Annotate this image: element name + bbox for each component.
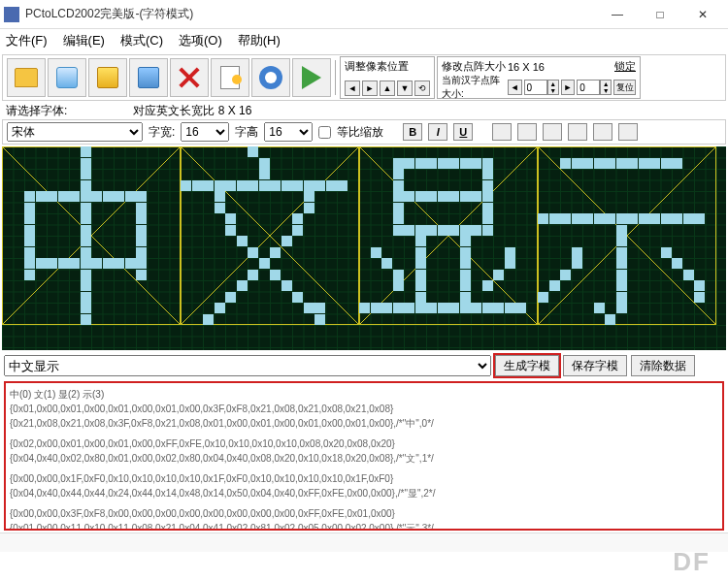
- char-height-select[interactable]: 16: [264, 122, 313, 142]
- menu-mode[interactable]: 模式(C): [120, 32, 163, 49]
- folder-icon: [15, 68, 38, 87]
- lock-button[interactable]: 锁定: [614, 59, 636, 74]
- delete-button[interactable]: [170, 58, 209, 97]
- output-area[interactable]: 中(0) 文(1) 显(2) 示(3) {0x01,0x00,0x01,0x00…: [4, 381, 724, 531]
- dotmatrix-panel: 修改点阵大小 16 X 16 锁定 当前汉字点阵大小: ◄ ▲▼ ► ▲▼ 复位: [437, 56, 641, 99]
- dm-y-spin[interactable]: ▲▼: [577, 80, 612, 95]
- shift-left-button[interactable]: ◄: [345, 81, 360, 96]
- flip-h-button[interactable]: [492, 123, 512, 141]
- rotate-l-button[interactable]: [543, 123, 562, 141]
- output-line: {0x02,0x00,0x01,0x00,0x01,0x00,0xFF,0xFE…: [10, 436, 718, 451]
- save-font-button[interactable]: 保存字模: [563, 355, 627, 376]
- watermark: DF: [673, 547, 711, 577]
- play-icon: [302, 66, 321, 89]
- output-line: {0x04,0x40,0x44,0x44,0x24,0x44,0x14,0x48…: [10, 486, 718, 500]
- run-button[interactable]: [292, 58, 331, 97]
- eqscale-label: 等比缩放: [337, 124, 383, 141]
- mirror-button[interactable]: [593, 123, 612, 141]
- shift-up-button[interactable]: ▲: [380, 81, 395, 96]
- close-button[interactable]: ✕: [681, 0, 724, 29]
- italic-button[interactable]: I: [428, 123, 447, 141]
- generate-button[interactable]: 生成字模: [495, 355, 559, 376]
- gear-icon: [259, 66, 282, 89]
- char-box-2: [359, 146, 538, 325]
- dm-left[interactable]: ◄: [508, 80, 522, 95]
- dotmatrix-size: 16 X 16: [508, 61, 545, 73]
- shift-down-button[interactable]: ▼: [397, 81, 413, 96]
- x-icon: [177, 65, 202, 90]
- dotmatrix-title: 修改点阵大小: [442, 59, 506, 74]
- font-select[interactable]: 宋体: [7, 122, 143, 142]
- app-icon: [4, 7, 19, 22]
- output-line: {0x00,0x00,0x3F,0xF8,0x00,0x00,0x00,0x00…: [10, 506, 718, 521]
- dotmatrix-sub: 当前汉字点阵大小:: [442, 74, 506, 101]
- menu-file[interactable]: 文件(F): [6, 32, 48, 49]
- char-box-1: [181, 146, 359, 325]
- output-line: {0x01,0x00,0x01,0x00,0x01,0x00,0x01,0x00…: [10, 402, 718, 416]
- bold-button[interactable]: B: [403, 123, 422, 141]
- saveas-button[interactable]: [129, 58, 168, 97]
- underline-button[interactable]: U: [453, 123, 473, 141]
- reset-button[interactable]: 复位: [613, 80, 636, 95]
- disk-icon: [97, 67, 118, 88]
- font-prompt: 请选择字体:: [6, 103, 67, 119]
- menu-bar: 文件(F) 编辑(E) 模式(C) 选项(O) 帮助(H): [0, 29, 728, 52]
- output-line: {0x00,0x00,0x1F,0xF0,0x10,0x10,0x10,0x10…: [10, 471, 718, 486]
- text-input[interactable]: 中文显示: [4, 355, 491, 376]
- title-bar: PCtoLCD2002完美版-(字符模式) — □ ✕: [0, 0, 728, 29]
- mail-button[interactable]: [48, 58, 86, 97]
- dm-right[interactable]: ►: [561, 80, 576, 95]
- settings-button[interactable]: [251, 58, 290, 97]
- open-button[interactable]: [7, 58, 46, 97]
- pixel-shift-panel: 调整像素位置 ◄ ► ▲ ▼ ⟲: [340, 56, 435, 99]
- disk2-icon: [138, 67, 159, 88]
- output-line: {0x21,0x08,0x21,0x08,0x3F,0xF8,0x21,0x08…: [10, 416, 718, 431]
- toolbar: 调整像素位置 ◄ ► ▲ ▼ ⟲ 修改点阵大小 16 X 16 锁定 当前汉字点…: [2, 54, 726, 101]
- status-bar: [0, 533, 728, 552]
- envelope-icon: [56, 67, 78, 88]
- glyph-canvas[interactable]: [2, 146, 726, 350]
- char-width-select[interactable]: 16: [181, 122, 229, 142]
- separator: [335, 60, 336, 95]
- eqscale-checkbox[interactable]: [318, 126, 331, 139]
- shift-reset-button[interactable]: ⟲: [414, 81, 430, 96]
- output-header: 中(0) 文(1) 显(2) 示(3): [10, 387, 718, 402]
- clear-data-button[interactable]: 清除数据: [631, 355, 695, 376]
- char-height-label: 字高: [235, 124, 258, 141]
- config-bar: 宋体 字宽: 16 字高 16 等比缩放 B I U: [2, 119, 726, 145]
- char-box-3: [538, 146, 716, 325]
- menu-option[interactable]: 选项(O): [179, 32, 222, 49]
- dm-x-spin[interactable]: ▲▼: [524, 80, 559, 95]
- shift-right-button[interactable]: ►: [362, 81, 378, 96]
- pixel-shift-title: 调整像素位置: [345, 59, 430, 74]
- flip-v-button[interactable]: [517, 123, 537, 141]
- dm-y-input[interactable]: [577, 80, 600, 95]
- char-width-label: 字宽:: [149, 124, 175, 141]
- menu-edit[interactable]: 编辑(E): [63, 32, 105, 49]
- output-line: {0x04,0x40,0x02,0x80,0x01,0x00,0x02,0x80…: [10, 451, 718, 466]
- note-button[interactable]: [211, 58, 249, 97]
- minimize-button[interactable]: —: [596, 0, 639, 29]
- ratio-label: 对应英文长宽比 8 X 16: [133, 103, 251, 119]
- text-input-row: 中文显示 生成字模 保存字模 清除数据: [0, 352, 728, 379]
- save-button[interactable]: [88, 58, 127, 97]
- output-line: {0x01,0x00,0x11,0x10,0x11,0x08,0x21,0x04…: [10, 521, 718, 531]
- window-title: PCtoLCD2002完美版-(字符模式): [25, 6, 596, 22]
- rotate-r-button[interactable]: [568, 123, 587, 141]
- invert-button[interactable]: [618, 123, 638, 141]
- note-icon: [220, 66, 240, 89]
- maximize-button[interactable]: □: [639, 0, 681, 29]
- menu-help[interactable]: 帮助(H): [238, 32, 281, 49]
- dm-x-input[interactable]: [524, 80, 547, 95]
